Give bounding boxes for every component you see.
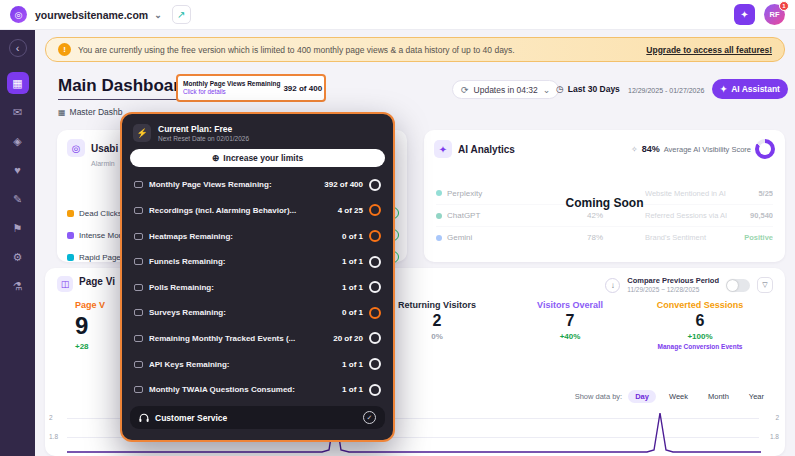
limit-label: Heatmaps Remaining: bbox=[149, 232, 336, 241]
upgrade-link[interactable]: Upgrade to access all features! bbox=[646, 45, 772, 55]
avatar-initials: RF bbox=[770, 10, 780, 19]
ai-engine-name: ChatGPT bbox=[447, 211, 587, 220]
ai-assistant-label: AI Assistant bbox=[731, 84, 780, 94]
period-day[interactable]: Day bbox=[628, 390, 656, 403]
period-week[interactable]: Week bbox=[662, 390, 695, 403]
sidebar-item-usability[interactable]: ♥ bbox=[7, 159, 29, 181]
ai-analytics-card: ✦ AI Analytics ✧ 84% Average AI Visibili… bbox=[424, 130, 785, 262]
sidebar-item-labs[interactable]: ⚗ bbox=[7, 275, 29, 297]
ai-score-wrap: ✧ 84% Average AI Visibility Score bbox=[631, 139, 775, 159]
free-version-banner: ! You are currently using the free versi… bbox=[45, 37, 785, 62]
download-icon[interactable]: ↓ bbox=[605, 278, 620, 293]
avatar[interactable]: RF 1 bbox=[764, 4, 785, 25]
limit-label: Monthly Page Views Remaining: bbox=[149, 180, 318, 189]
limit-value: 0 of 1 bbox=[342, 232, 363, 241]
limit-row-twaia-questions[interactable]: Monthly TWAIA Questions Consumed: 1 of 1 bbox=[130, 377, 385, 403]
y-axis-label-left: 1.8 bbox=[49, 433, 58, 440]
sidebar-collapse-button[interactable]: ‹ bbox=[9, 39, 27, 57]
limit-row-recordings[interactable]: Recordings (incl. Alarming Behavior)... … bbox=[130, 198, 385, 224]
increase-limits-button[interactable]: ⊕ Increase your limits bbox=[130, 149, 385, 167]
period-month[interactable]: Month bbox=[701, 390, 736, 403]
limit-row-tracked-events[interactable]: Remaining Monthly Tracked Events (... 20… bbox=[130, 326, 385, 352]
limit-row-pageviews[interactable]: Monthly Page Views Remaining: 392 of 400 bbox=[130, 172, 385, 198]
limit-value: 1 of 1 bbox=[342, 283, 363, 292]
next-reset-label: Next Reset Date on 02/01/2026 bbox=[158, 135, 249, 142]
sidebar-item-polls[interactable]: ✎ bbox=[7, 188, 29, 210]
filter-button[interactable]: ▽ bbox=[757, 277, 773, 293]
progress-ring bbox=[369, 230, 381, 242]
ai-icon: ✦ bbox=[720, 84, 727, 94]
clock-icon: ◷ bbox=[556, 84, 564, 94]
usability-row-label: Dead Clicks bbox=[79, 209, 122, 218]
pageviews-remaining-box[interactable]: Monthly Page Views Remaining Click for d… bbox=[176, 74, 326, 102]
limit-row-heatmaps[interactable]: Heatmaps Remaining: 0 of 1 bbox=[130, 223, 385, 249]
dashboards-icon: ▦ bbox=[12, 77, 22, 90]
pageviews-details-link[interactable]: Click for details bbox=[183, 88, 280, 96]
plus-circle-icon: ⊕ bbox=[212, 153, 220, 163]
limit-value: 0 of 1 bbox=[342, 308, 363, 317]
y-axis-label-right: 2 bbox=[775, 414, 779, 421]
limit-row-polls[interactable]: Polls Remaining: 1 of 1 bbox=[130, 274, 385, 300]
metric-value: 2 bbox=[433, 312, 442, 330]
limit-value: 1 of 1 bbox=[342, 385, 363, 394]
target-icon bbox=[134, 335, 143, 342]
intense-mouse-icon bbox=[67, 232, 74, 239]
sidebar-item-surveys[interactable]: ⚑ bbox=[7, 217, 29, 239]
heatmaps-icon: ◈ bbox=[13, 135, 21, 148]
sparkles-icon: ✧ bbox=[631, 145, 638, 154]
limit-label: API Keys Remaining: bbox=[149, 360, 336, 369]
pageviews-text: Monthly Page Views Remaining Click for d… bbox=[183, 80, 280, 96]
site-selector[interactable]: yourwebsitename.com ⌄ bbox=[35, 9, 162, 21]
survey-icon bbox=[134, 309, 143, 316]
compare-toggle[interactable] bbox=[726, 279, 750, 292]
sidebar-item-heatmaps[interactable]: ◈ bbox=[7, 130, 29, 152]
progress-ring bbox=[369, 256, 381, 268]
limit-row-api-keys[interactable]: API Keys Remaining: 1 of 1 bbox=[130, 351, 385, 377]
metric-delta: +100% bbox=[687, 332, 712, 341]
metric-delta: 0% bbox=[431, 332, 443, 341]
ai-metric-label: Referred Sessions via AI bbox=[645, 211, 727, 220]
pageviews-label: Monthly Page Views Remaining bbox=[183, 80, 280, 88]
metric-label: Page V bbox=[75, 300, 105, 310]
manage-conversion-events-link[interactable]: Manage Conversion Events bbox=[658, 343, 743, 350]
ai-engine-name: Gemini bbox=[447, 233, 587, 242]
sidebar-item-settings[interactable]: ⚙ bbox=[7, 246, 29, 268]
date-range-selector[interactable]: ◷ Last 30 Days bbox=[556, 84, 620, 94]
customer-service-row[interactable]: Customer Service ✓ bbox=[130, 406, 385, 429]
key-icon bbox=[134, 361, 143, 368]
plan-texts: Current Plan: Free Next Reset Date on 02… bbox=[158, 124, 249, 142]
chat-icon bbox=[134, 386, 143, 393]
limit-label: Surveys Remaining: bbox=[149, 308, 336, 317]
labs-icon: ⚗ bbox=[13, 280, 23, 293]
heatmap-icon bbox=[134, 233, 143, 240]
limit-row-surveys[interactable]: Surveys Remaining: 0 of 1 bbox=[130, 300, 385, 326]
metric-value: 6 bbox=[696, 312, 705, 330]
ai-score-label: Average AI Visibility Score bbox=[664, 145, 751, 154]
usability-card-title: Usabi bbox=[91, 143, 118, 154]
period-year[interactable]: Year bbox=[742, 390, 771, 403]
metric-page-views: Page V 9 +28 bbox=[75, 300, 105, 351]
check-circle-icon: ✓ bbox=[363, 411, 376, 424]
compare-previous-period: ↓ Compare Previous Period 11/29/2025 ~ 1… bbox=[605, 276, 773, 294]
tab-master-dashboard[interactable]: ▦ Master Dashb bbox=[58, 107, 122, 117]
sidebar-item-dashboards[interactable]: ▦ bbox=[7, 72, 29, 94]
progress-ring bbox=[369, 332, 381, 344]
pageviews-value: 392 of 400 bbox=[283, 84, 322, 93]
limit-value: 1 of 1 bbox=[342, 360, 363, 369]
metric-returning-visitors: Returning Visitors 2 0% bbox=[398, 300, 476, 341]
sidebar-item-recordings[interactable]: ✉ bbox=[7, 101, 29, 123]
ai-row: Gemini 78% Brand's Sentiment Positive bbox=[436, 226, 773, 248]
limit-value: 1 of 1 bbox=[342, 257, 363, 266]
warning-icon: ! bbox=[58, 43, 71, 56]
quick-actions-button[interactable]: ✦ bbox=[734, 4, 755, 25]
usability-icon: ♥ bbox=[14, 164, 21, 176]
limit-row-funnels[interactable]: Funnels Remaining: 1 of 1 bbox=[130, 249, 385, 275]
dead-clicks-icon bbox=[67, 210, 74, 217]
open-site-button[interactable]: ↗ bbox=[172, 5, 191, 24]
tab-label: Master Dashb bbox=[70, 107, 123, 117]
show-data-by-label: Show data by: bbox=[575, 392, 623, 401]
logo-icon: ◎ bbox=[15, 10, 23, 20]
ai-assistant-button[interactable]: ✦ AI Assistant bbox=[712, 79, 788, 99]
updates-dropdown[interactable]: ⟳ Updates in 04:32 ⌄ bbox=[452, 80, 559, 99]
limit-value: 4 of 25 bbox=[338, 206, 363, 215]
